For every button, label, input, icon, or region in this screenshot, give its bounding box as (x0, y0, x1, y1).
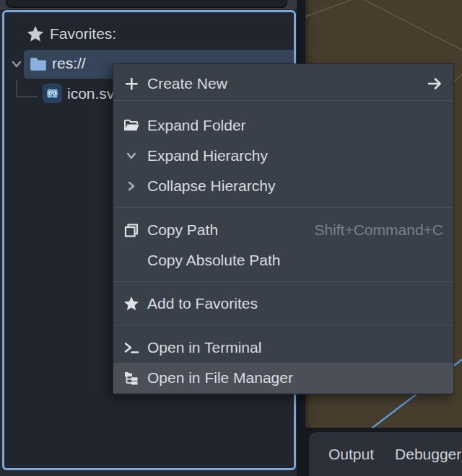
menu-item-copy-path[interactable]: Copy Path Shift+Command+C (113, 215, 453, 245)
terminal-icon (122, 338, 141, 357)
godot-editor: Output Debugger Favorites: res:// (0, 0, 462, 476)
menu-item-create-new[interactable]: Create New (113, 68, 453, 100)
menu-separator (113, 281, 453, 282)
menu-separator (113, 100, 453, 101)
plus-icon (122, 74, 141, 93)
context-menu: Create New Expand Folder Expand Hierarch… (113, 63, 454, 395)
menu-item-open-in-file-manager[interactable]: Open in File Manager (113, 363, 453, 393)
menu-separator (113, 207, 453, 208)
menu-separator (113, 325, 453, 325)
tab-output[interactable]: Output (328, 446, 374, 463)
tree-item-res[interactable]: res:// (52, 55, 86, 72)
no-icon (122, 251, 141, 270)
menu-item-expand-folder[interactable]: Expand Folder (113, 110, 453, 141)
menu-item-add-to-favorites[interactable]: Add to Favorites (113, 288, 453, 319)
menu-item-collapse-hierarchy[interactable]: Collapse Hierarchy (113, 171, 453, 201)
bottom-panel: Output Debugger (309, 432, 462, 476)
folder-open-icon (122, 116, 141, 135)
favorites-label: Favorites: (50, 25, 116, 43)
filesystem-filter-bar (0, 0, 301, 9)
chevron-right-icon (122, 177, 141, 195)
tree-guide-line (16, 96, 38, 97)
star-icon (26, 25, 45, 43)
chevron-down-icon (122, 146, 141, 165)
chevron-down-icon[interactable] (9, 57, 24, 71)
filter-input[interactable] (6, 0, 287, 8)
copy-icon (122, 221, 141, 239)
tree-guide-line (16, 79, 17, 97)
favorites-header: Favorites: (4, 24, 294, 44)
tab-debugger[interactable]: Debugger (395, 446, 461, 463)
submenu-arrow-icon (426, 75, 443, 92)
menu-item-copy-absolute-path[interactable]: Copy Absolute Path (113, 245, 453, 276)
menu-item-open-in-terminal[interactable]: Open in Terminal (113, 332, 453, 363)
file-manager-icon (122, 369, 141, 387)
menu-item-expand-hierarchy[interactable]: Expand Hierarchy (113, 141, 453, 171)
shortcut-label: Shift+Command+C (314, 221, 443, 239)
star-icon (122, 294, 141, 313)
folder-icon (29, 55, 48, 74)
godot-file-icon (43, 84, 62, 103)
